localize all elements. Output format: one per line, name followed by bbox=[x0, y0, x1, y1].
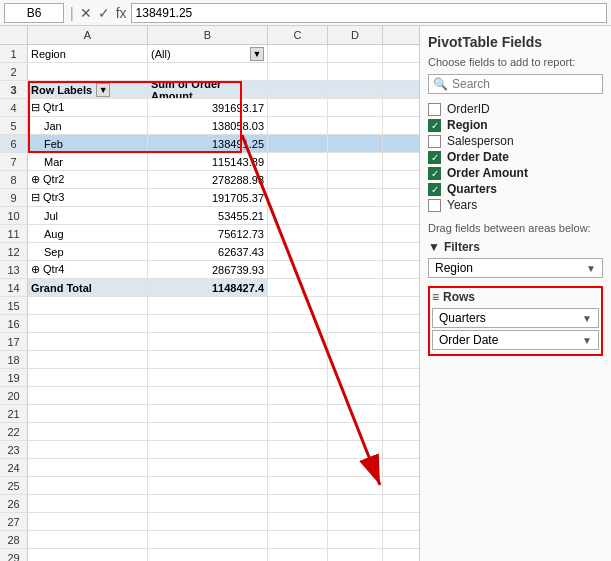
row-num: 18 bbox=[0, 351, 28, 368]
table-row[interactable]: 10 Jul 53455.21 bbox=[0, 207, 419, 225]
cell-a2 bbox=[28, 63, 148, 80]
row-num: 19 bbox=[0, 369, 28, 386]
cell-a4[interactable]: ⊟ Qtr1 bbox=[28, 99, 148, 116]
cell-d2 bbox=[328, 63, 383, 80]
cell-a1[interactable]: Region bbox=[28, 45, 148, 62]
table-row: 16 bbox=[0, 315, 419, 333]
checkbox-quarters[interactable]: ✓ bbox=[428, 183, 441, 196]
table-row: 24 bbox=[0, 459, 419, 477]
cell-b3: Sum of Order Amount bbox=[148, 81, 268, 98]
field-label-orderid: OrderID bbox=[447, 102, 490, 116]
pivot-subtitle: Choose fields to add to report: bbox=[428, 56, 603, 68]
rows-field-orderdate[interactable]: Order Date ▼ bbox=[432, 330, 599, 350]
checkbox-salesperson[interactable] bbox=[428, 135, 441, 148]
search-box[interactable]: 🔍 bbox=[428, 74, 603, 94]
table-row[interactable]: 14 Grand Total 1148427.4 bbox=[0, 279, 419, 297]
cell-c10 bbox=[268, 207, 328, 224]
table-row[interactable]: 8 ⊕ Qtr2 278288.93 bbox=[0, 171, 419, 189]
col-header-a[interactable]: A bbox=[28, 26, 148, 44]
field-item-quarters[interactable]: ✓ Quarters bbox=[428, 182, 603, 196]
cell-a9[interactable]: ⊟ Qtr3 bbox=[28, 189, 148, 206]
row-num: 12 bbox=[0, 243, 28, 260]
table-row[interactable]: 12 Sep 62637.43 bbox=[0, 243, 419, 261]
formula-sep: | bbox=[68, 5, 76, 21]
cell-d11 bbox=[328, 225, 383, 242]
checkbox-orderdate[interactable]: ✓ bbox=[428, 151, 441, 164]
rows-orderdate-dropdown-icon[interactable]: ▼ bbox=[582, 335, 592, 346]
search-input[interactable] bbox=[452, 77, 602, 91]
cell-a13[interactable]: ⊕ Qtr4 bbox=[28, 261, 148, 278]
col-header-c[interactable]: C bbox=[268, 26, 328, 44]
cell-a12[interactable]: Sep bbox=[28, 243, 148, 260]
cell-a11[interactable]: Aug bbox=[28, 225, 148, 242]
col-header-d[interactable]: D bbox=[328, 26, 383, 44]
cell-b1[interactable]: (All) ▼ bbox=[148, 45, 268, 62]
filters-field-region-label: Region bbox=[435, 261, 473, 275]
cell-b7: 115143.89 bbox=[148, 153, 268, 170]
table-row[interactable]: 6 Feb 138491.25 bbox=[0, 135, 419, 153]
rows-quarters-dropdown-icon[interactable]: ▼ bbox=[582, 313, 592, 324]
row-num: 25 bbox=[0, 477, 28, 494]
table-row: 25 bbox=[0, 477, 419, 495]
table-row[interactable]: 7 Mar 115143.89 bbox=[0, 153, 419, 171]
table-row[interactable]: 11 Aug 75612.73 bbox=[0, 225, 419, 243]
field-label-orderamount: Order Amount bbox=[447, 166, 528, 180]
cell-c12 bbox=[268, 243, 328, 260]
field-label-region: Region bbox=[447, 118, 488, 132]
rows-field-quarters[interactable]: Quarters ▼ bbox=[432, 308, 599, 328]
cell-a3[interactable]: Row Labels ▼ bbox=[28, 81, 148, 98]
col-header-b[interactable]: B bbox=[148, 26, 268, 44]
cell-d7 bbox=[328, 153, 383, 170]
field-item-orderamount[interactable]: ✓ Order Amount bbox=[428, 166, 603, 180]
cell-a8[interactable]: ⊕ Qtr2 bbox=[28, 171, 148, 188]
cell-a7[interactable]: Mar bbox=[28, 153, 148, 170]
confirm-icon[interactable]: ✓ bbox=[98, 5, 110, 21]
cell-c5 bbox=[268, 117, 328, 134]
table-row: 2 bbox=[0, 63, 419, 81]
cell-b8: 278288.93 bbox=[148, 171, 268, 188]
row-num: 7 bbox=[0, 153, 28, 170]
cell-d5 bbox=[328, 117, 383, 134]
region-filter-dropdown[interactable]: ▼ bbox=[250, 47, 264, 61]
cell-d4 bbox=[328, 99, 383, 116]
cell-b6[interactable]: 138491.25 bbox=[148, 135, 268, 152]
filter-icon: ▼ bbox=[428, 240, 440, 254]
checkbox-region[interactable]: ✓ bbox=[428, 119, 441, 132]
filters-field-region[interactable]: Region ▼ bbox=[428, 258, 603, 278]
cell-a10[interactable]: Jul bbox=[28, 207, 148, 224]
field-item-orderdate[interactable]: ✓ Order Date bbox=[428, 150, 603, 164]
checkbox-orderid[interactable] bbox=[428, 103, 441, 116]
checkbox-years[interactable] bbox=[428, 199, 441, 212]
cell-c13 bbox=[268, 261, 328, 278]
field-item-orderid[interactable]: OrderID bbox=[428, 102, 603, 116]
formula-bar: | ✕ ✓ fx bbox=[0, 0, 611, 26]
cell-a15 bbox=[28, 297, 148, 314]
table-row[interactable]: 9 ⊟ Qtr3 191705.37 bbox=[0, 189, 419, 207]
cell-b11: 75612.73 bbox=[148, 225, 268, 242]
table-row[interactable]: 5 Jan 138058.03 bbox=[0, 117, 419, 135]
field-item-years[interactable]: Years bbox=[428, 198, 603, 212]
field-label-quarters: Quarters bbox=[447, 182, 497, 196]
col-headers: A B C D bbox=[0, 26, 419, 45]
sheet-body: 1 Region (All) ▼ 2 bbox=[0, 45, 419, 561]
table-row[interactable]: 4 ⊟ Qtr1 391693.17 bbox=[0, 99, 419, 117]
table-row[interactable]: 13 ⊕ Qtr4 286739.93 bbox=[0, 261, 419, 279]
row-labels-dropdown[interactable]: ▼ bbox=[96, 83, 110, 97]
row-num: 15 bbox=[0, 297, 28, 314]
fx-icon: fx bbox=[116, 5, 127, 21]
cancel-icon[interactable]: ✕ bbox=[80, 5, 92, 21]
row-num: 28 bbox=[0, 531, 28, 548]
field-item-salesperson[interactable]: Salesperson bbox=[428, 134, 603, 148]
filters-dropdown-icon[interactable]: ▼ bbox=[586, 263, 596, 274]
row-num: 4 bbox=[0, 99, 28, 116]
field-item-region[interactable]: ✓ Region bbox=[428, 118, 603, 132]
cell-a5[interactable]: Jan bbox=[28, 117, 148, 134]
row-num: 21 bbox=[0, 405, 28, 422]
cell-a6[interactable]: Feb bbox=[28, 135, 148, 152]
cell-ref-input[interactable] bbox=[4, 3, 64, 23]
cell-c7 bbox=[268, 153, 328, 170]
checkbox-orderamount[interactable]: ✓ bbox=[428, 167, 441, 180]
formula-input[interactable] bbox=[131, 3, 607, 23]
table-row: 18 bbox=[0, 351, 419, 369]
cell-b9: 191705.37 bbox=[148, 189, 268, 206]
